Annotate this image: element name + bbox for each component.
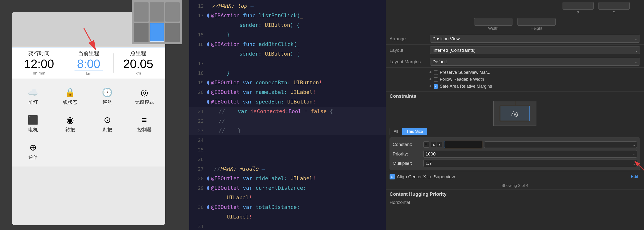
code-line-31: 31 bbox=[189, 222, 386, 230]
content-hugging-title: Content Hugging Priority bbox=[390, 192, 446, 197]
control-brake[interactable]: ⊙ 刹把 bbox=[89, 112, 126, 136]
preview-block bbox=[165, 23, 180, 42]
code-line-29b: UILabel! bbox=[189, 193, 386, 202]
layout-label: Layout bbox=[390, 48, 428, 53]
stat-unit-current: km bbox=[65, 72, 112, 76]
priority-select[interactable]: 1000 bbox=[423, 150, 637, 158]
preview-block bbox=[150, 2, 164, 22]
height-label: Height bbox=[530, 26, 542, 31]
preserve-superview-checkbox[interactable] bbox=[434, 70, 438, 75]
align-center-icon: ⊟ bbox=[390, 174, 395, 180]
tab-this-size[interactable]: This Size bbox=[402, 128, 427, 135]
breakpoint-20[interactable] bbox=[207, 90, 209, 94]
breakpoint-28[interactable] bbox=[207, 176, 209, 181]
layout-margins-select-wrapper: Default ⌄ bbox=[430, 58, 640, 66]
code-line-20b: @IBOutlet var speedBtn: UIButton! bbox=[189, 97, 386, 106]
plus-btn-3[interactable]: + bbox=[429, 84, 432, 89]
breakpoint-29[interactable] bbox=[207, 186, 209, 190]
align-center-section: ⊟ Align Center X to: Superview Edit bbox=[386, 171, 644, 182]
constant-select[interactable] bbox=[484, 141, 637, 148]
arrange-select[interactable]: Position View bbox=[430, 35, 640, 43]
constraint-inner-box: Ag bbox=[500, 106, 530, 121]
plus-btn-2[interactable]: + bbox=[429, 77, 432, 82]
safe-area-checkbox[interactable]: ✓ bbox=[434, 84, 438, 89]
width-input[interactable]: 39 bbox=[474, 18, 512, 26]
preview-block bbox=[165, 2, 180, 22]
priority-select-wrapper: 1000 ⌄ bbox=[423, 150, 637, 158]
layout-row: Layout Inferred (Constraints) ⌄ bbox=[386, 44, 644, 56]
control-label-ecu: 控制器 bbox=[127, 126, 162, 133]
component-preview bbox=[132, 0, 182, 44]
wh-width-group: 39 Width bbox=[474, 18, 512, 31]
safe-area-row: + ✓ Safe Area Relative Margins bbox=[429, 83, 640, 90]
preview-block bbox=[134, 23, 148, 42]
control-label-cruise: 巡航 bbox=[90, 99, 124, 106]
breakpoint-16[interactable] bbox=[207, 42, 209, 46]
multiplier-select[interactable]: 1.7 bbox=[423, 160, 637, 167]
arrange-row: Arrange Position View ⌄ bbox=[386, 33, 644, 44]
stat-current-distance: 当前里程 8:00 km bbox=[65, 50, 112, 76]
control-front-light[interactable]: ☁️ 前灯 bbox=[14, 84, 52, 109]
controls-inner: ☁️ 前灯 🔒 锁状态 🕐 巡航 ◎ 无感模式 ⬛ 电 bbox=[14, 84, 163, 164]
stat-divider-2 bbox=[113, 54, 114, 72]
multiplier-label: Multiplier: bbox=[393, 161, 422, 166]
control-label-throttle: 转把 bbox=[53, 126, 88, 133]
controls-grid: ☁️ 前灯 🔒 锁状态 🕐 巡航 ◎ 无感模式 ⬛ 电 bbox=[12, 79, 165, 166]
width-label: Width bbox=[488, 26, 498, 31]
constant-stepper-up[interactable]: ▲ bbox=[431, 142, 436, 147]
tab-all[interactable]: All bbox=[390, 128, 402, 135]
control-comm[interactable]: ⊕ 通信 bbox=[14, 139, 52, 164]
stat-unit-ride-time: hh:mm bbox=[16, 71, 62, 76]
height-input[interactable]: 19 bbox=[517, 18, 556, 26]
code-line-16: 16 @IBAction func addBtnClick(_ bbox=[189, 40, 386, 49]
constraints-title: Constraints bbox=[390, 94, 640, 99]
control-motor[interactable]: ⬛ 电机 bbox=[14, 112, 52, 136]
control-label-front-light: 前灯 bbox=[16, 99, 50, 106]
constraints-visual: Ag bbox=[493, 101, 536, 126]
code-line-30: 30 @IBOutlet var totalDistance: bbox=[189, 202, 386, 212]
constant-stepper-down[interactable]: ▼ bbox=[437, 142, 442, 147]
code-line-24: 24 bbox=[189, 135, 386, 145]
wh-height-group: 19 Height bbox=[517, 18, 556, 31]
stat-divider-1 bbox=[64, 54, 64, 72]
constant-row: Constant: = ▲ ▼ 0 ⌄ bbox=[393, 140, 637, 149]
code-line-27: 27 //MARK: middle – bbox=[189, 164, 386, 174]
breakpoint-30[interactable] bbox=[207, 205, 209, 210]
stats-display: 骑行时间 12:00 hh:mm 当前里程 8:00 km 总里 bbox=[12, 47, 165, 79]
code-line-26: 26 bbox=[189, 154, 386, 164]
layout-select[interactable]: Inferred (Constraints) bbox=[430, 46, 640, 54]
code-line-12: 12 //MARK: top – bbox=[189, 1, 386, 11]
breakpoint-19[interactable] bbox=[207, 80, 209, 85]
align-center-label: Align Center X to: Superview bbox=[397, 174, 627, 180]
align-center-edit-button[interactable]: Edit bbox=[629, 174, 640, 180]
showing-label: Showing 2 of 4 bbox=[502, 183, 528, 188]
breakpoint-13[interactable] bbox=[207, 14, 209, 18]
y-label: Y bbox=[612, 10, 615, 15]
code-line-18: 18 } bbox=[189, 68, 386, 78]
arrange-select-wrapper: Position View ⌄ bbox=[430, 35, 640, 43]
control-senseless[interactable]: ◎ 无感模式 bbox=[126, 84, 163, 109]
code-line-13: 13 @IBAction func listBtnClick(_ bbox=[189, 11, 386, 20]
control-label-comm: 通信 bbox=[16, 154, 50, 160]
constraint-tabs: All This Size bbox=[390, 128, 427, 135]
content-hugging-area: Content Hugging Priority bbox=[386, 190, 644, 199]
priority-label: Priority: bbox=[393, 152, 422, 157]
breakpoint-20b[interactable] bbox=[207, 100, 209, 104]
plus-btn-1[interactable]: + bbox=[429, 70, 432, 75]
constant-value-input[interactable]: 0 bbox=[444, 141, 482, 148]
control-lock[interactable]: 🔒 锁状态 bbox=[52, 84, 89, 109]
code-editor: 12 //MARK: top – 13 @IBAction func listB… bbox=[189, 1, 386, 230]
y-input[interactable]: 0 bbox=[598, 2, 630, 10]
control-ecu[interactable]: ≡ 控制器 bbox=[126, 112, 163, 136]
x-input[interactable]: 332.5 bbox=[562, 2, 594, 10]
follow-readable-width-checkbox[interactable] bbox=[434, 78, 438, 82]
layout-margins-select[interactable]: Default bbox=[430, 58, 640, 66]
horizontal-label: Horizontal bbox=[390, 200, 410, 205]
control-throttle[interactable]: ◉ 转把 bbox=[52, 112, 89, 136]
code-line-23: 23 // } bbox=[189, 126, 386, 135]
control-cruise[interactable]: 🕐 巡航 bbox=[89, 84, 126, 109]
stat-total-distance: 总里程 20.05 km bbox=[115, 50, 162, 76]
inspector-xy-area: 332.5 X 0 Y bbox=[386, 0, 644, 16]
constraint-ag-text: Ag bbox=[511, 110, 518, 117]
code-panel: 12 //MARK: top – 13 @IBAction func listB… bbox=[189, 0, 386, 230]
